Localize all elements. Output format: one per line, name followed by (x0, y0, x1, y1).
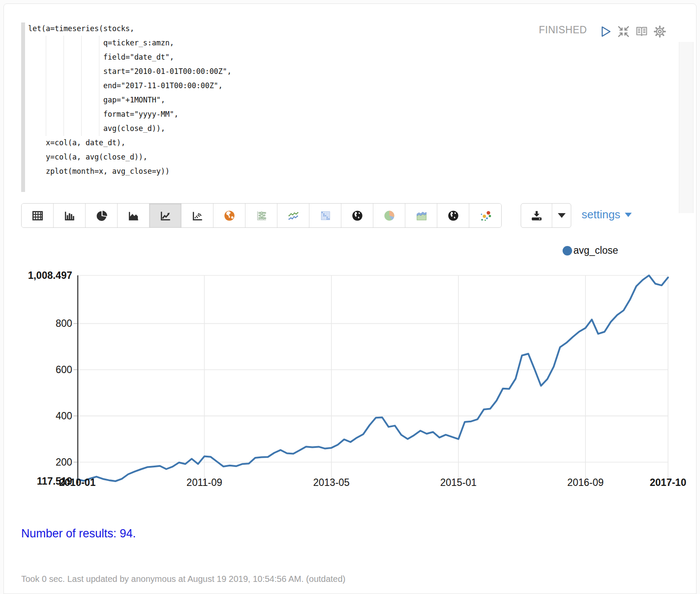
bubble-grid-icon[interactable] (245, 204, 277, 227)
globe-dark2-icon[interactable] (437, 204, 469, 227)
line-chart-icon[interactable] (150, 204, 181, 227)
multi-line-chart-icon[interactable] (277, 204, 309, 227)
run-icon[interactable] (598, 25, 612, 38)
code-text[interactable]: let(a=timeseries(stocks, q=ticker_s:amzn… (28, 22, 232, 179)
area-colored-icon[interactable] (405, 204, 437, 227)
line-chart-plot (77, 275, 668, 481)
globe-orange-icon[interactable] (213, 204, 245, 227)
results-count-text: Number of results: 94. (21, 527, 136, 540)
settings-label: settings (582, 208, 620, 221)
y-tick-label: 200 (19, 457, 72, 468)
x-tick-label: 2017-10 (640, 477, 696, 489)
paragraph-card: let(a=timeseries(stocks, q=ticker_s:amzn… (3, 3, 697, 594)
paragraph-status: FINISHED (539, 24, 587, 36)
download-icon[interactable] (521, 204, 552, 227)
output-book-icon[interactable] (635, 25, 649, 38)
area-chart-icon[interactable] (118, 204, 150, 227)
x-tick-label: 2016-09 (557, 477, 614, 489)
zeppelin-paragraph: let(a=timeseries(stocks, q=ticker_s:amzn… (0, 0, 700, 594)
x-tick-label: 2013-05 (303, 477, 360, 489)
collapse-icon[interactable] (617, 25, 630, 38)
settings-gear-icon[interactable] (653, 25, 667, 38)
scatter-colored-icon[interactable] (469, 204, 501, 227)
editor-scrollbar[interactable] (679, 42, 694, 213)
legend-dot (563, 246, 572, 255)
y-tick-label: 400 (19, 410, 72, 422)
x-tick-label: 2010-01 (49, 477, 105, 489)
editor-gutter-bar (21, 22, 25, 192)
legend-label: avg_close (573, 245, 618, 256)
paragraph-footer-text: Took 0 sec. Last updated by anonymous at… (21, 574, 346, 584)
y-tick-label: 1,008.497 (19, 270, 72, 281)
settings-dropdown[interactable]: settings (582, 208, 632, 221)
download-options-caret[interactable] (552, 204, 571, 227)
chevron-down-icon (558, 213, 566, 218)
globe-dark-icon[interactable] (341, 204, 373, 227)
legend-item-avg-close[interactable]: avg_close (563, 245, 618, 256)
x-axis-labels: 2010-012011-092013-052015-012016-092017-… (77, 477, 668, 490)
chart-type-toolbar (21, 203, 502, 228)
scatter-chart-icon[interactable] (181, 204, 213, 227)
code-editor[interactable]: let(a=timeseries(stocks, q=ticker_s:amzn… (18, 18, 687, 195)
pie-chart-icon[interactable] (86, 204, 118, 227)
heatmap-icon[interactable] (309, 204, 341, 227)
chevron-down-icon (625, 213, 632, 217)
y-tick-label: 600 (19, 364, 72, 376)
y-tick-label: 800 (19, 318, 72, 329)
x-tick-label: 2015-01 (430, 477, 487, 489)
pie-colored-icon[interactable] (373, 204, 405, 227)
x-tick-label: 2011-09 (176, 477, 232, 489)
y-axis-labels: 117.5192004006008001,008.497 (19, 275, 72, 481)
bar-chart-icon[interactable] (54, 204, 86, 227)
table-icon[interactable] (22, 204, 54, 227)
download-split-button (521, 203, 571, 228)
